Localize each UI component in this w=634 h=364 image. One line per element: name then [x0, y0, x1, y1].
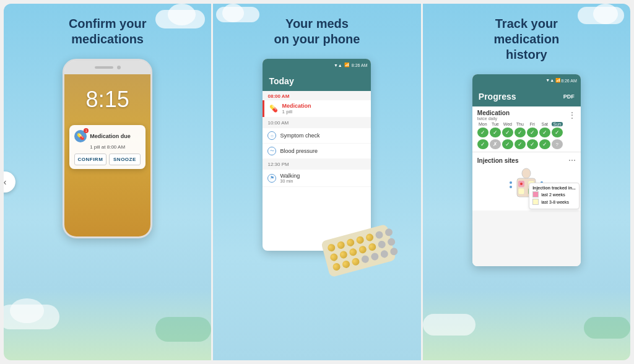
panel3-title: Track your medication history — [494, 16, 560, 63]
svg-point-0 — [522, 168, 531, 178]
bp-text: Blood pressure — [280, 148, 318, 154]
check-sat-1: ✓ — [539, 128, 550, 137]
status-time: 8:26 AM — [352, 63, 368, 67]
panel1-title: Confirm your medications — [69, 16, 147, 47]
day-wed: Wed — [502, 122, 513, 126]
check-sun-2: ? — [552, 139, 563, 149]
medication-icon: 💊 — [269, 105, 278, 113]
day-thu: Thu — [515, 122, 526, 126]
walking-icon: ⚑ — [267, 174, 276, 183]
phone-screen: 8:15 💊 1 Medication due 1 pill at 8:00 A… — [64, 74, 150, 236]
injection-legend: Injection tracked in... last 2 weeks las… — [529, 183, 580, 209]
check-sun-1: ✓ — [552, 128, 563, 137]
med-section-sub: twice daily — [477, 116, 510, 121]
med-section-menu[interactable]: ⋮ — [568, 111, 576, 119]
time-label-1000: 10:00 AM — [267, 120, 366, 126]
panel2-title: Your meds on your phone — [274, 16, 360, 47]
prog-body: Medication twice daily ⋮ Mon Tue Wed Thu… — [472, 106, 581, 266]
phone-time: 8:15 — [86, 87, 129, 113]
app-body: 08:00 AM 💊 Medication 1 pill 10:00 AM ○ … — [263, 91, 371, 187]
app-header: Today — [263, 71, 371, 91]
symptom-icon: ○ — [267, 131, 276, 140]
prog-status-time: 8:26 AM — [561, 79, 577, 83]
day-sat: Sat — [539, 122, 550, 126]
legend-color-older — [532, 199, 539, 205]
prog-pdf-label[interactable]: PDF — [563, 93, 575, 100]
time-section-1000: 10:00 AM — [263, 118, 371, 128]
injection-section-menu[interactable]: ⋯ — [568, 156, 576, 165]
day-fri: Fri — [527, 122, 538, 126]
check-wed-1: ✓ — [502, 128, 513, 137]
medication-item: 💊 Medication 1 pill — [263, 100, 371, 117]
notif-buttons: CONFIRM SNOOZE — [74, 154, 141, 165]
snooze-button[interactable]: SNOOZE — [109, 154, 141, 165]
injection-section-title: Injection sites — [477, 157, 519, 164]
notif-badge: 1 — [84, 128, 89, 133]
notif-subtitle: 1 pill at 8:00 AM — [90, 144, 141, 150]
check-wed-2: ✓ — [502, 139, 513, 149]
legend-item-recent: last 2 weeks — [532, 191, 576, 197]
symptom-text: Symptom check — [280, 132, 319, 139]
check-thu-2: ✓ — [515, 139, 526, 149]
notif-header: 💊 1 Medication due — [74, 130, 141, 142]
walking-info: Walking 30 min — [280, 173, 300, 183]
panel-track-history: Track your medication history ▼▲ 📶 8:26 … — [423, 4, 630, 360]
check-fri-2: ✓ — [527, 139, 538, 149]
day-sun: Sun — [552, 122, 563, 126]
panel-meds-on-phone: Your meds on your phone ▼▲ 📶 8:26 AM Tod… — [213, 4, 420, 360]
check-tue-2: ✗ — [490, 139, 501, 149]
check-row-1: ✓ ✓ ✓ ✓ ✓ ✓ ✓ — [472, 128, 581, 139]
prog-header: Progress PDF — [472, 87, 581, 106]
day-tue: Tue — [490, 122, 501, 126]
check-mon-1: ✓ — [477, 128, 489, 137]
check-tue-1: ✓ — [490, 128, 501, 137]
time-section-1230: 12:30 PM — [263, 159, 371, 170]
app-status-bar: ▼▲ 📶 8:26 AM — [263, 59, 371, 71]
check-fri-1: ✓ — [527, 128, 538, 137]
symptom-check-item: ○ Symptom check — [263, 128, 371, 143]
notification-card: 💊 1 Medication due 1 pill at 8:00 AM CON… — [69, 125, 145, 169]
progress-screen: ▼▲ 📶 8:26 AM Progress PDF Medication twi… — [472, 74, 581, 266]
app-container: ▼▲ 📶 8:26 AM Today 08:00 AM 💊 Medication… — [263, 56, 371, 251]
med-section-title: Medication — [477, 110, 510, 116]
phone-top-bar — [64, 61, 150, 74]
svg-point-8 — [510, 186, 512, 188]
injection-section: Injection sites ⋯ — [472, 153, 581, 210]
svg-point-7 — [510, 181, 512, 184]
legend-color-recent — [532, 191, 539, 197]
medication-section-header: Medication twice daily ⋮ — [472, 106, 581, 122]
legend-item-older: last 3-8 weeks — [532, 199, 576, 205]
prog-status-bar: ▼▲ 📶 8:26 AM — [472, 74, 581, 87]
pill-icon: 💊 1 — [74, 130, 87, 142]
legend-title: Injection tracked in... — [532, 186, 576, 190]
walking-item: ⚑ Walking 30 min — [263, 170, 371, 186]
medication-dose: 1 pill — [282, 109, 311, 115]
medication-progress-section: Medication twice daily ⋮ Mon Tue Wed Thu… — [472, 106, 581, 151]
progress-app-container: ▼▲ 📶 8:26 AM Progress PDF Medication twi… — [472, 71, 581, 266]
medication-name: Medication — [282, 103, 311, 109]
svg-rect-4 — [518, 188, 524, 194]
notif-title: Medication due — [90, 133, 131, 139]
check-row-2: ✓ ✗ ✓ ✓ ✓ ✓ ? — [472, 139, 581, 151]
legend-label-older: last 3-8 weeks — [541, 200, 569, 204]
prog-header-title: Progress — [479, 92, 516, 102]
confirm-button[interactable]: CONFIRM — [74, 154, 106, 165]
check-mon-2: ✓ — [477, 139, 489, 149]
bp-icon: 〜 — [267, 147, 276, 155]
time-label-1230: 12:30 PM — [267, 162, 366, 167]
medication-info: Medication 1 pill — [282, 103, 311, 115]
svg-point-6 — [520, 183, 523, 185]
nav-back-arrow[interactable]: ‹ — [4, 171, 15, 193]
phone-mockup: 8:15 💊 1 Medication due 1 pill at 8:00 A… — [63, 59, 152, 238]
phone-camera — [117, 66, 121, 69]
time-section-0800: 08:00 AM — [263, 91, 371, 100]
blood-pressure-item: 〜 Blood pressure — [263, 144, 371, 158]
panel-confirm-medications: ‹ Confirm your medications 8:15 💊 1 Medi… — [4, 4, 211, 360]
day-mon: Mon — [477, 122, 489, 126]
app-header-title: Today — [269, 76, 293, 86]
time-label-0800: 08:00 AM — [267, 93, 366, 99]
app-screen: ▼▲ 📶 8:26 AM Today 08:00 AM 💊 Medication… — [263, 59, 371, 251]
legend-label-recent: last 2 weeks — [541, 193, 565, 197]
check-sat-2: ✓ — [539, 139, 550, 149]
check-thu-1: ✓ — [515, 128, 526, 137]
